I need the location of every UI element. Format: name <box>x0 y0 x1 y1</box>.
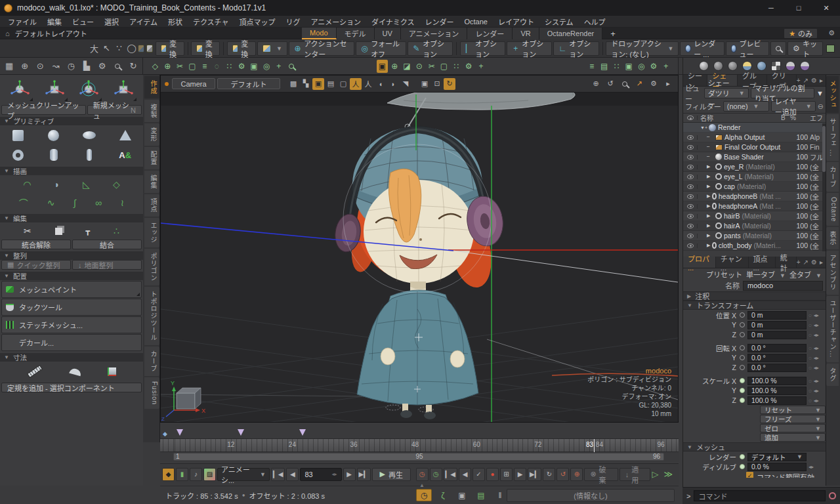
eye-icon[interactable] <box>687 155 694 159</box>
opacity-cell[interactable]: 100 <box>790 242 810 249</box>
magnify2-icon[interactable] <box>285 60 297 73</box>
transform-action-1[interactable]: リセット▼ <box>760 406 826 414</box>
time-system-icon[interactable]: ◷ <box>416 468 429 481</box>
camera-dropdown[interactable]: Camera <box>172 78 215 89</box>
backdrop-icon[interactable]: ▢ <box>337 78 349 90</box>
expand-icon[interactable]: ▶ <box>707 203 710 209</box>
picture-icon[interactable]: ▣ <box>623 60 635 73</box>
gear-green-icon[interactable]: ⚙ <box>236 60 247 73</box>
section-mesh[interactable]: ▼メッシュ <box>683 442 826 452</box>
scale-tool-gizmo-icon[interactable] <box>109 77 138 102</box>
opacity-cell[interactable]: 100 <box>790 202 810 210</box>
expand-icon[interactable]: ▸ <box>662 78 674 90</box>
close-button[interactable]: ✕ <box>812 0 840 16</box>
dots-icon[interactable]: ∷ <box>451 60 462 73</box>
render-dropdown[interactable]: デフォルト▼ <box>747 453 807 461</box>
mesh-cleanup-button[interactable]: メッシュクリーンアップ... <box>1 105 86 115</box>
time-icon[interactable]: ◷ <box>65 60 77 73</box>
item-cube-icon[interactable]: ▣ <box>377 60 388 73</box>
visibility-cell[interactable] <box>683 194 698 199</box>
fast-forward-icon[interactable]: ≫ <box>663 469 673 479</box>
visibility-cell[interactable] <box>683 184 698 189</box>
expand-icon[interactable]: ┄ <box>707 154 713 159</box>
section-edit[interactable]: ▼編集 <box>0 214 143 222</box>
move-tool-gizmo-icon[interactable] <box>40 77 69 102</box>
cycle-icon[interactable]: ↻ <box>543 468 555 481</box>
menu-14[interactable]: レイアウト <box>493 16 539 27</box>
shader-tree-row[interactable]: ▶headphoneA(Mat ...100(全 <box>683 201 826 211</box>
eye-icon[interactable] <box>687 194 694 199</box>
select-poly-icon[interactable]: ◪ <box>402 60 413 73</box>
collapse-icon[interactable]: ▼+ <box>700 125 707 130</box>
item-mode-icon[interactable]: 大 <box>88 42 100 55</box>
opacity-cell[interactable]: 100 <box>790 163 810 171</box>
toolbox-tab-2[interactable]: 複製 <box>144 100 159 122</box>
discard-button[interactable]: ⊗破棄 <box>584 468 618 481</box>
cone-primitive-icon[interactable] <box>108 125 144 145</box>
add-icon[interactable]: + <box>273 60 284 73</box>
eye-icon[interactable] <box>687 165 694 169</box>
opacity-cell[interactable]: 100 <box>790 153 810 161</box>
toolbox-tab-3[interactable]: 変形 <box>144 123 159 146</box>
merge-button[interactable]: 結合 <box>72 240 142 249</box>
add3-icon[interactable]: + <box>660 60 671 73</box>
transform-rotate-button[interactable]: 変換 <box>191 41 220 56</box>
channel-dot[interactable] <box>740 365 745 370</box>
value-field[interactable]: 0.0 ° <box>747 364 807 372</box>
clock-icon[interactable]: ◷ <box>416 489 432 501</box>
rotate2-icon[interactable]: ⊙ <box>413 60 425 73</box>
capsule-primitive-icon[interactable] <box>72 145 108 165</box>
more-icon[interactable]: ▸ <box>820 77 823 84</box>
menu-12[interactable]: レンダー <box>419 16 459 27</box>
menu-13[interactable]: Octane <box>459 18 492 26</box>
eye-icon[interactable] <box>687 184 694 189</box>
opacity-cell[interactable]: 100 <box>790 173 810 180</box>
bend-tool-icon[interactable]: ↝ <box>49 60 62 73</box>
opacity-cell[interactable]: 100 <box>790 222 810 230</box>
move2-icon[interactable]: ⊕ <box>389 60 400 73</box>
patch-tool-icon[interactable]: ◗ <box>54 179 60 190</box>
visibility-cell[interactable] <box>683 155 698 159</box>
expand-icon[interactable]: ▶ <box>707 184 713 189</box>
goto-end-icon[interactable]: ▶▎ <box>357 468 371 481</box>
stack-icon[interactable]: ≡ <box>199 60 210 73</box>
reset-mini-icon[interactable]: ◌ <box>808 312 812 318</box>
timeline[interactable]: ◆ 83 1224364860728496 1 95 96 <box>160 428 679 462</box>
ruler-icon[interactable] <box>27 365 43 378</box>
eye-icon[interactable] <box>687 145 694 150</box>
shader-tree-row[interactable]: ▶headphoneB(Mat ...100(全 <box>683 192 826 201</box>
text-tool-icon[interactable]: A& <box>108 145 144 165</box>
falloff-options-button[interactable]: ✎オプション <box>408 41 453 56</box>
new-mesh-button[interactable]: 新規メッシュN <box>87 105 142 115</box>
value-field[interactable]: 100.0 % <box>747 377 807 385</box>
channels-icon[interactable]: ‖ <box>492 489 508 501</box>
props-vtab-3[interactable]: カーブ <box>826 162 839 192</box>
timeline-range-bar[interactable]: 1 95 96 <box>160 452 679 461</box>
channel-dot[interactable] <box>740 355 745 360</box>
visibility-cell[interactable] <box>683 175 698 179</box>
visibility-cell[interactable] <box>683 224 698 228</box>
eye-icon[interactable] <box>687 224 694 228</box>
transform-dropdown[interactable]: ▼ <box>257 41 287 56</box>
reset-mini-icon[interactable]: ◌ <box>808 345 812 351</box>
render-button[interactable]: レンダー ... <box>680 41 724 56</box>
audio-icon[interactable]: ♪ <box>190 468 202 481</box>
record-macro-icon[interactable] <box>829 492 836 499</box>
arc-tool-icon[interactable]: ⌒ <box>19 196 28 209</box>
shader-tree-row[interactable]: ▶cloth_body(Materi...100(全 <box>683 241 826 251</box>
record-target-icon[interactable]: ◎ <box>636 60 647 73</box>
item-name-field[interactable]: modoco <box>743 281 823 291</box>
visibility-cell[interactable] <box>683 165 698 169</box>
keyframe-marker[interactable] <box>299 429 306 436</box>
prev-frame-icon[interactable]: ◀ <box>286 468 299 481</box>
opacity-cell[interactable]: 100 <box>790 192 810 200</box>
reset-mini-icon[interactable]: ◌ <box>808 398 812 404</box>
onion-fwd-icon[interactable]: ◗ <box>387 78 399 90</box>
skeleton-icon[interactable]: 人 <box>350 78 362 90</box>
channel-dot[interactable] <box>740 398 745 403</box>
command-input[interactable]: コマンド <box>694 490 826 501</box>
render-channel-dot[interactable] <box>740 454 745 459</box>
value-field[interactable]: 0.0 ° <box>747 354 807 362</box>
menu-1[interactable]: ファイル <box>3 16 42 27</box>
actor-icon[interactable]: ζ <box>435 489 451 501</box>
